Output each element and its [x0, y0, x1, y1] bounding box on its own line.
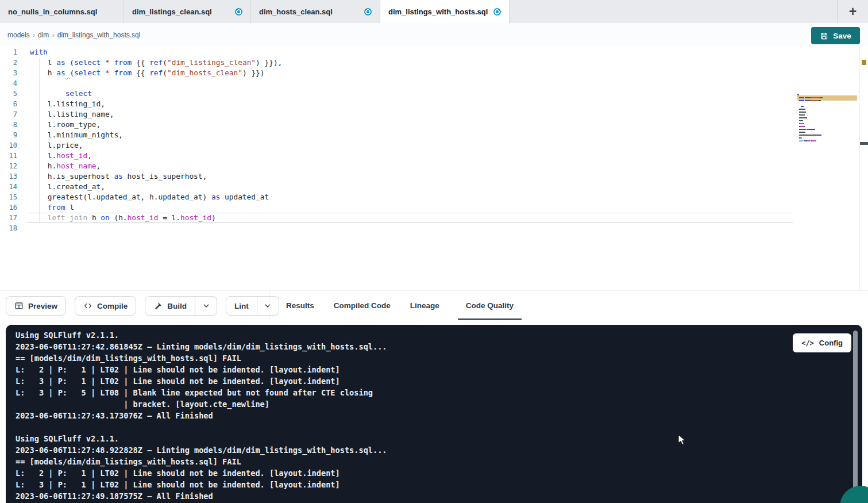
- code-line: [30, 223, 793, 233]
- action-button-label: Lint: [234, 302, 249, 310]
- line-number: 11: [0, 151, 17, 161]
- code-line: l.room_type,: [30, 120, 793, 130]
- code-line: h.is_superhost as host_is_superhost,: [30, 171, 793, 182]
- line-number: 13: [0, 171, 17, 182]
- tab-label: dim_hosts_clean.sql: [259, 7, 333, 16]
- action-button-label: Build: [167, 302, 187, 310]
- line-number: 7: [0, 109, 17, 120]
- tab-dim-listings-with-hosts-sql[interactable]: dim_listings_with_hosts.sql: [380, 0, 510, 24]
- compile-button[interactable]: Compile: [75, 296, 136, 316]
- scroll-position-marker[interactable]: [860, 142, 868, 145]
- tab-label: dim_listings_with_hosts.sql: [388, 7, 488, 16]
- line-number: 15: [0, 192, 17, 202]
- editor-minimap[interactable]: [797, 93, 857, 168]
- line-number: 1: [0, 47, 17, 57]
- breadcrumb-item-models[interactable]: models: [7, 31, 30, 39]
- hammer-icon: [153, 301, 163, 310]
- action-group-lint: Lint: [226, 296, 279, 316]
- lint-warning-marker[interactable]: [862, 60, 866, 65]
- terminal-text: Using SQLFluff v2.1.1. 2023-06-06T11:27:…: [6, 325, 862, 502]
- actionbar-divider: [269, 291, 269, 320]
- line-number: 17: [0, 213, 17, 223]
- breadcrumb: models›dim›dim_listings_with_hosts.sql: [6, 29, 142, 40]
- line-number: 4: [0, 78, 17, 89]
- tab-label: no_nulls_in_columns.sql: [8, 7, 97, 16]
- line-number: 10: [0, 140, 17, 151]
- breadcrumb-item-dim[interactable]: dim: [38, 31, 49, 39]
- breadcrumb-row: models›dim›dim_listings_with_hosts.sql S…: [0, 23, 868, 46]
- line-number: 6: [0, 99, 17, 109]
- preview-button[interactable]: Preview: [6, 296, 66, 316]
- annotation-ruler: [859, 46, 868, 290]
- lint-dropdown-button[interactable]: [257, 296, 279, 316]
- editor-tab-bar: no_nulls_in_columns.sqldim_listings_clea…: [0, 0, 868, 24]
- panel-tab-lineage[interactable]: Lineage: [409, 291, 441, 320]
- new-tab-button[interactable]: +: [837, 0, 868, 23]
- code-editor[interactable]: 123456789101112131415161718 with l as (s…: [0, 46, 868, 290]
- action-button-label: Preview: [28, 302, 57, 310]
- line-number: 14: [0, 182, 17, 192]
- code-line: h.host_name,: [30, 161, 793, 171]
- terminal-scrollbar[interactable]: [853, 331, 858, 503]
- result-panel-tabs: ResultsCompiled CodeLineageCode Quality: [285, 291, 522, 320]
- code-line: l.price,: [30, 140, 793, 151]
- panel-tab-label: Lineage: [410, 301, 439, 310]
- code-line: with: [30, 47, 793, 57]
- tab-no-nulls-in-columns-sql[interactable]: no_nulls_in_columns.sql: [0, 0, 124, 23]
- save-button-label: Save: [833, 32, 851, 40]
- action-buttons: PreviewCompileBuildLint: [6, 296, 279, 316]
- chevron-right-icon: ›: [33, 30, 35, 39]
- tab-label: dim_listings_clean.sql: [132, 7, 212, 16]
- tab-dim-listings-clean-sql[interactable]: dim_listings_clean.sql: [124, 0, 251, 23]
- action-button-label: Compile: [97, 302, 128, 310]
- code-line: h as (select * from {{ ref("dim_hosts_cl…: [30, 68, 793, 78]
- unsaved-changes-icon: [235, 8, 242, 16]
- code-line: l as (select * from {{ ref("dim_listings…: [30, 57, 793, 68]
- line-number: 8: [0, 120, 17, 130]
- code-line: from l: [30, 202, 793, 213]
- breadcrumb-item-dim-listings-with-hosts-sql[interactable]: dim_listings_with_hosts.sql: [57, 31, 141, 39]
- unsaved-changes-icon: [364, 8, 372, 16]
- build-button[interactable]: Build: [145, 296, 195, 316]
- line-number-gutter: 123456789101112131415161718: [0, 47, 17, 233]
- code-content[interactable]: with l as (select * from {{ ref("dim_lis…: [30, 47, 793, 233]
- action-group-build: Build: [145, 296, 217, 316]
- line-number: 16: [0, 202, 17, 213]
- build-dropdown-button[interactable]: [195, 296, 217, 316]
- code-icon: [83, 301, 92, 310]
- code-line: l.listing_name,: [30, 109, 793, 120]
- panel-tab-label: Compiled Code: [334, 301, 391, 310]
- code-line: greatest(l.updated_at, h.updated_at) as …: [30, 192, 793, 202]
- save-icon: [820, 32, 828, 40]
- panel-tab-results[interactable]: Results: [285, 291, 315, 320]
- panel-tab-label: Results: [286, 301, 314, 310]
- code-line: l.host_id,: [30, 151, 793, 161]
- config-button-label: Config: [819, 339, 843, 347]
- line-number: 5: [0, 89, 17, 99]
- panel-tab-compiled-code[interactable]: Compiled Code: [333, 291, 392, 320]
- chevron-down-icon: [202, 301, 211, 310]
- line-number: 9: [0, 130, 17, 140]
- code-line: l.created_at,: [30, 182, 793, 192]
- code-line: select: [30, 89, 793, 99]
- code-line: [30, 78, 793, 89]
- line-number: 18: [0, 223, 17, 233]
- code-line: l.listing_id,: [30, 99, 793, 109]
- panel-tab-code-quality[interactable]: Code Quality: [458, 291, 522, 320]
- action-group-compile: Compile: [75, 296, 136, 316]
- minimap-line: [797, 142, 857, 145]
- line-number: 3: [0, 68, 17, 78]
- panel-tab-label: Code Quality: [466, 301, 514, 310]
- save-button[interactable]: Save: [811, 27, 860, 44]
- tab-dim-hosts-clean-sql[interactable]: dim_hosts_clean.sql: [251, 0, 380, 23]
- line-number: 12: [0, 161, 17, 171]
- plus-icon: +: [849, 4, 857, 20]
- chevron-down-icon: [263, 301, 272, 310]
- unsaved-changes-icon: [493, 8, 501, 16]
- config-button[interactable]: </> Config: [793, 333, 851, 352]
- action-group-preview: Preview: [6, 296, 66, 316]
- grid-icon: [14, 301, 24, 310]
- lint-output-terminal: Using SQLFluff v2.1.1. 2023-06-06T11:27:…: [6, 325, 862, 503]
- lint-button[interactable]: Lint: [226, 296, 257, 316]
- open-file-tabs: no_nulls_in_columns.sqldim_listings_clea…: [0, 0, 510, 23]
